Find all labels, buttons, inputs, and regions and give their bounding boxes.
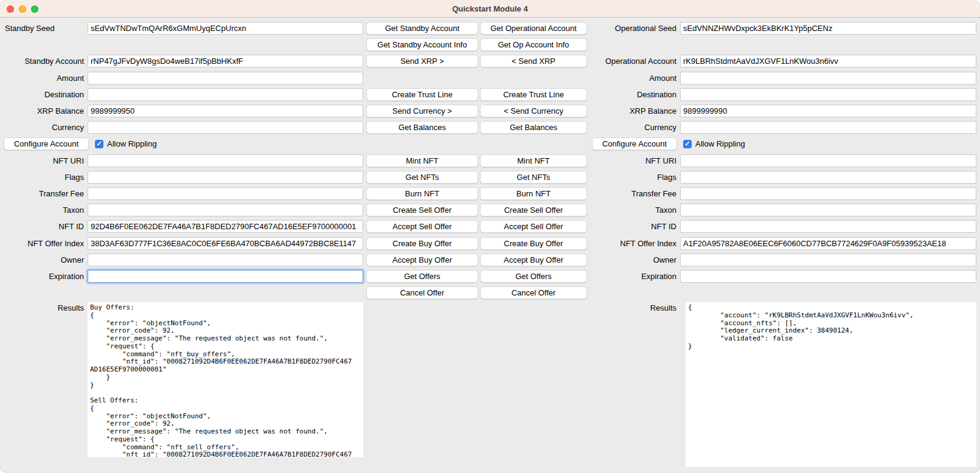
standby-burn-nft-button[interactable]: Burn NFT: [366, 187, 478, 200]
operational-destination-input[interactable]: [680, 88, 976, 101]
operational-allow-rippling-checkbox[interactable]: ✓: [683, 140, 692, 148]
button-row: Create Trust Line: [480, 86, 587, 103]
operational-send-currency-button[interactable]: < Send Currency: [480, 105, 587, 117]
check-icon: ✓: [684, 140, 690, 147]
standby-owner-label: Owner: [0, 255, 88, 264]
standby-create-sell-offer-button[interactable]: Create Sell Offer: [366, 204, 478, 216]
operational-account-input[interactable]: [680, 55, 976, 67]
operational-mint-nft-button[interactable]: Mint NFT: [480, 154, 587, 167]
standby-flags-label: Flags: [0, 173, 88, 182]
operational-nft-offer-index-input[interactable]: [680, 237, 976, 250]
operational-xrp-balance-input[interactable]: [680, 105, 976, 117]
operational-burn-nft-button[interactable]: Burn NFT: [480, 187, 587, 200]
operational-nft-id-row: NFT ID: [589, 218, 976, 235]
operational-currency-input[interactable]: [680, 121, 976, 134]
operational-get-balances-button[interactable]: Get Balances: [480, 121, 587, 134]
spacer-row: [366, 70, 478, 86]
button-row: Cancel Offer: [366, 285, 478, 301]
standby-owner-input[interactable]: [88, 254, 363, 266]
standby-amount-input[interactable]: [88, 72, 363, 85]
operational-flags-input[interactable]: [680, 171, 976, 184]
operational-results-text[interactable]: { "account": "rK9LBRhStdmtAaVdJXGVF1LnKW…: [686, 302, 976, 467]
operational-owner-input[interactable]: [680, 254, 976, 266]
button-row: Get NFTs: [366, 169, 478, 185]
standby-results-section: Results Buy Offers: { "error": "objectNo…: [0, 302, 363, 457]
title-bar[interactable]: Quickstart Module 4: [0, 0, 980, 18]
operational-create-sell-offer-button[interactable]: Create Sell Offer: [480, 204, 587, 216]
standby-currency-input[interactable]: [88, 121, 363, 134]
operational-currency-label: Currency: [589, 123, 680, 132]
operational-get-offers-button[interactable]: Get Offers: [480, 270, 587, 283]
standby-accept-sell-offer-button[interactable]: Accept Sell Offer: [366, 220, 478, 233]
operational-create-buy-offer-button[interactable]: Create Buy Offer: [480, 237, 587, 250]
standby-taxon-input[interactable]: [88, 204, 363, 216]
standby-flags-input[interactable]: [88, 171, 363, 184]
standby-get-nfts-button[interactable]: Get NFTs: [366, 171, 478, 184]
standby-nft-offer-index-input[interactable]: [88, 237, 363, 250]
operational-seed-input[interactable]: [680, 22, 976, 35]
standby-get-offers-button[interactable]: Get Offers: [366, 270, 478, 283]
operational-transfer-fee-input[interactable]: [680, 187, 976, 200]
get-standby-account-button[interactable]: Get Standby Account: [366, 22, 478, 35]
get-operational-account-button[interactable]: Get Operational Account: [480, 22, 587, 35]
button-row: Accept Sell Offer: [480, 218, 587, 235]
standby-currency-row: Currency: [0, 119, 363, 136]
operational-nft-uri-input[interactable]: [680, 154, 976, 167]
get-op-account-info-button[interactable]: Get Op Account Info: [480, 38, 587, 51]
standby-configure-row: Configure Account ✓ Allow Rippling: [0, 136, 363, 152]
button-row: Send Currency >: [366, 103, 478, 119]
operational-send-xrp-button[interactable]: < Send XRP: [480, 55, 587, 67]
standby-expiration-input[interactable]: [88, 270, 363, 283]
operational-get-nfts-button[interactable]: Get NFTs: [480, 171, 587, 184]
standby-send-xrp-button[interactable]: Send XRP >: [366, 55, 478, 67]
button-row: Get Offers: [366, 268, 478, 285]
get-standby-account-info-button[interactable]: Get Standby Account Info: [366, 38, 478, 51]
operational-xrp-balance-row: XRP Balance: [589, 103, 976, 119]
button-row: Get Op Account Info: [480, 36, 587, 53]
button-row: Get Offers: [480, 268, 587, 285]
standby-seed-input[interactable]: [88, 22, 363, 35]
operational-configure-row: Configure Account ✓ Allow Rippling: [589, 136, 976, 152]
standby-actions-column: Get Standby Account Get Standby Account …: [366, 20, 478, 301]
standby-account-label: Standby Account: [0, 57, 88, 66]
standby-expiration-row: Expiration: [0, 268, 363, 285]
button-row: Create Trust Line: [366, 86, 478, 103]
standby-create-trust-line-button[interactable]: Create Trust Line: [366, 88, 478, 101]
standby-amount-label: Amount: [0, 74, 88, 83]
standby-nft-offer-index-row: NFT Offer Index: [0, 235, 363, 251]
operational-expiration-input[interactable]: [680, 270, 976, 283]
operational-destination-row: Destination: [589, 86, 976, 103]
button-row: Create Buy Offer: [480, 235, 587, 251]
standby-cancel-offer-button[interactable]: Cancel Offer: [366, 286, 478, 299]
standby-destination-label: Destination: [0, 90, 88, 99]
standby-account-input[interactable]: [88, 55, 363, 67]
standby-nft-uri-input[interactable]: [88, 154, 363, 167]
standby-accept-buy-offer-button[interactable]: Accept Buy Offer: [366, 254, 478, 266]
operational-taxon-row: Taxon: [589, 202, 976, 218]
operational-create-trust-line-button[interactable]: Create Trust Line: [480, 88, 587, 101]
standby-results-text[interactable]: Buy Offers: { "error": "objectNotFound",…: [88, 302, 363, 457]
standby-mint-nft-button[interactable]: Mint NFT: [366, 154, 478, 167]
standby-get-balances-button[interactable]: Get Balances: [366, 121, 478, 134]
standby-send-currency-button[interactable]: Send Currency >: [366, 105, 478, 117]
operational-cancel-offer-button[interactable]: Cancel Offer: [480, 286, 587, 299]
standby-nft-id-input[interactable]: [88, 220, 363, 233]
operational-configure-account-button[interactable]: Configure Account: [592, 137, 677, 150]
standby-create-buy-offer-button[interactable]: Create Buy Offer: [366, 237, 478, 250]
button-row: Send XRP >: [366, 53, 478, 69]
operational-accept-sell-offer-button[interactable]: Accept Sell Offer: [480, 220, 587, 233]
operational-amount-input[interactable]: [680, 72, 976, 85]
operational-nft-id-input[interactable]: [680, 220, 976, 233]
operational-owner-label: Owner: [589, 255, 680, 264]
standby-configure-account-button[interactable]: Configure Account: [4, 137, 89, 150]
operational-nft-uri-row: NFT URI: [589, 153, 976, 169]
standby-expiration-label: Expiration: [0, 272, 88, 281]
standby-allow-rippling-checkbox[interactable]: ✓: [95, 140, 103, 148]
standby-destination-row: Destination: [0, 86, 363, 103]
standby-transfer-fee-input[interactable]: [88, 187, 363, 200]
spacer-row: [589, 36, 976, 53]
standby-destination-input[interactable]: [88, 88, 363, 101]
operational-taxon-input[interactable]: [680, 204, 976, 216]
operational-accept-buy-offer-button[interactable]: Accept Buy Offer: [480, 254, 587, 266]
standby-xrp-balance-input[interactable]: [88, 105, 363, 117]
